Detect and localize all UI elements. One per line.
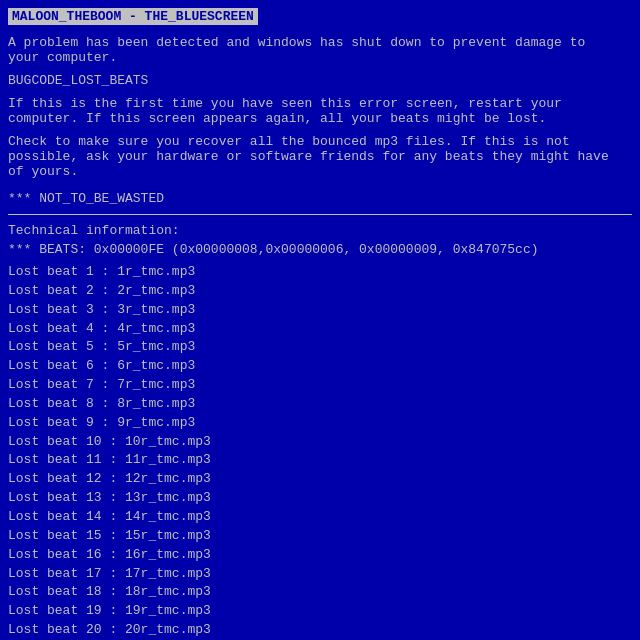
beats-line: *** BEATS: 0x00000FE (0x00000008,0x00000… [8, 242, 632, 257]
bugcode-label: BUGCODE_LOST_BEATS [8, 73, 632, 88]
second-paragraph: Check to make sure you recover all the b… [8, 134, 632, 179]
list-item: Lost beat 16 : 16r_tmc.mp3 [8, 546, 632, 565]
list-item: Lost beat 15 : 15r_tmc.mp3 [8, 527, 632, 546]
not-wasted-label: *** NOT_TO_BE_WASTED [8, 191, 632, 206]
list-item: Lost beat 10 : 10r_tmc.mp3 [8, 433, 632, 452]
list-item: Lost beat 1 : 1r_tmc.mp3 [8, 263, 632, 282]
list-item: Lost beat 5 : 5r_tmc.mp3 [8, 338, 632, 357]
list-item: Lost beat 11 : 11r_tmc.mp3 [8, 451, 632, 470]
intro-section: A problem has been detected and windows … [8, 35, 632, 65]
list-item: Lost beat 4 : 4r_tmc.mp3 [8, 320, 632, 339]
list-item: Lost beat 2 : 2r_tmc.mp3 [8, 282, 632, 301]
list-item: Lost beat 19 : 19r_tmc.mp3 [8, 602, 632, 621]
list-item: Lost beat 14 : 14r_tmc.mp3 [8, 508, 632, 527]
list-item: Lost beat 17 : 17r_tmc.mp3 [8, 565, 632, 584]
list-item: Lost beat 7 : 7r_tmc.mp3 [8, 376, 632, 395]
title-bar: MALOON_THEBOOM - THE_BLUESCREEN [8, 8, 258, 25]
bluescreen: MALOON_THEBOOM - THE_BLUESCREEN A proble… [0, 0, 640, 640]
list-item: Lost beat 9 : 9r_tmc.mp3 [8, 414, 632, 433]
bugcode-section: BUGCODE_LOST_BEATS If this is the first … [8, 73, 632, 179]
list-item: Lost beat 20 : 20r_tmc.mp3 [8, 621, 632, 640]
list-item: Lost beat 8 : 8r_tmc.mp3 [8, 395, 632, 414]
list-item: Lost beat 6 : 6r_tmc.mp3 [8, 357, 632, 376]
divider [8, 214, 632, 215]
lost-beats-list: Lost beat 1 : 1r_tmc.mp3Lost beat 2 : 2r… [8, 263, 632, 640]
list-item: Lost beat 3 : 3r_tmc.mp3 [8, 301, 632, 320]
technical-header: Technical information: [8, 223, 632, 238]
first-paragraph: If this is the first time you have seen … [8, 96, 632, 126]
list-item: Lost beat 13 : 13r_tmc.mp3 [8, 489, 632, 508]
list-item: Lost beat 12 : 12r_tmc.mp3 [8, 470, 632, 489]
list-item: Lost beat 18 : 18r_tmc.mp3 [8, 583, 632, 602]
intro-text: A problem has been detected and windows … [8, 35, 632, 65]
